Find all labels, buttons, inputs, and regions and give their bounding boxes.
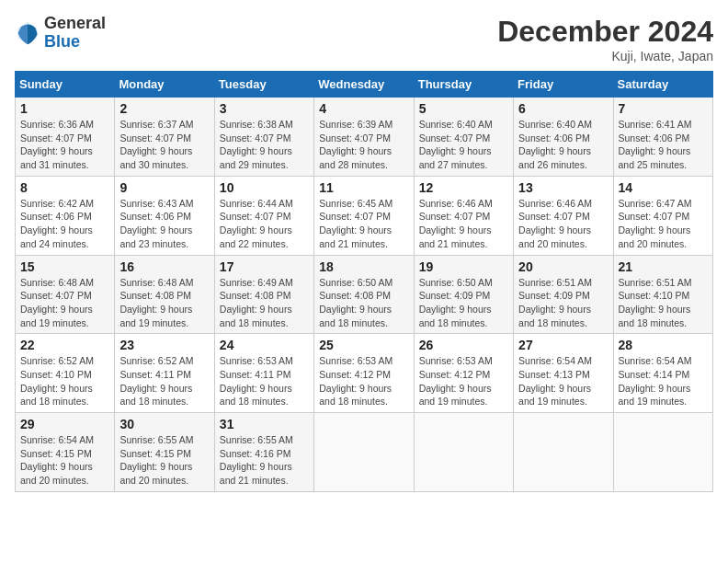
logo-icon xyxy=(15,20,40,46)
day-cell: 17Sunrise: 6:49 AM Sunset: 4:08 PM Dayli… xyxy=(214,255,313,334)
day-cell: 29Sunrise: 6:54 AM Sunset: 4:15 PM Dayli… xyxy=(16,413,115,492)
day-number: 20 xyxy=(518,259,608,274)
day-number: 5 xyxy=(419,101,508,116)
day-number: 19 xyxy=(419,259,508,274)
day-number: 22 xyxy=(20,338,109,352)
day-info: Sunrise: 6:39 AM Sunset: 4:07 PM Dayligh… xyxy=(319,118,408,172)
month-title: December 2024 xyxy=(497,15,713,49)
day-cell: 3Sunrise: 6:38 AM Sunset: 4:07 PM Daylig… xyxy=(214,98,313,177)
day-cell: 2Sunrise: 6:37 AM Sunset: 4:07 PM Daylig… xyxy=(115,98,214,177)
day-cell: 10Sunrise: 6:44 AM Sunset: 4:07 PM Dayli… xyxy=(214,176,313,255)
day-number: 6 xyxy=(518,101,608,116)
day-info: Sunrise: 6:52 AM Sunset: 4:10 PM Dayligh… xyxy=(20,354,109,408)
day-cell: 19Sunrise: 6:50 AM Sunset: 4:09 PM Dayli… xyxy=(414,255,513,334)
day-number: 10 xyxy=(220,180,309,195)
day-info: Sunrise: 6:54 AM Sunset: 4:15 PM Dayligh… xyxy=(20,433,109,488)
day-number: 8 xyxy=(20,180,109,195)
day-info: Sunrise: 6:42 AM Sunset: 4:06 PM Dayligh… xyxy=(20,197,109,251)
day-number: 28 xyxy=(619,338,708,352)
day-cell: 7Sunrise: 6:41 AM Sunset: 4:06 PM Daylig… xyxy=(613,98,712,177)
day-number: 9 xyxy=(119,180,209,195)
day-info: Sunrise: 6:50 AM Sunset: 4:09 PM Dayligh… xyxy=(419,276,508,330)
logo-general: General xyxy=(44,15,106,33)
weekday-header-row: SundayMondayTuesdayWednesdayThursdayFrid… xyxy=(16,72,713,98)
day-cell: 26Sunrise: 6:53 AM Sunset: 4:12 PM Dayli… xyxy=(414,334,513,413)
day-number: 12 xyxy=(419,180,508,195)
day-cell: 20Sunrise: 6:51 AM Sunset: 4:09 PM Dayli… xyxy=(514,255,613,334)
week-row-2: 8Sunrise: 6:42 AM Sunset: 4:06 PM Daylig… xyxy=(16,176,713,255)
day-cell: 5Sunrise: 6:40 AM Sunset: 4:07 PM Daylig… xyxy=(414,98,513,177)
week-row-3: 15Sunrise: 6:48 AM Sunset: 4:07 PM Dayli… xyxy=(16,255,713,334)
day-number: 16 xyxy=(119,259,209,274)
day-info: Sunrise: 6:55 AM Sunset: 4:15 PM Dayligh… xyxy=(119,433,209,488)
calendar: SundayMondayTuesdayWednesdayThursdayFrid… xyxy=(15,71,713,492)
day-info: Sunrise: 6:52 AM Sunset: 4:11 PM Dayligh… xyxy=(119,354,209,408)
day-info: Sunrise: 6:41 AM Sunset: 4:06 PM Dayligh… xyxy=(619,118,708,172)
day-info: Sunrise: 6:43 AM Sunset: 4:06 PM Dayligh… xyxy=(119,197,209,251)
day-info: Sunrise: 6:54 AM Sunset: 4:13 PM Dayligh… xyxy=(518,354,608,408)
day-cell: 13Sunrise: 6:46 AM Sunset: 4:07 PM Dayli… xyxy=(514,176,613,255)
day-number: 18 xyxy=(319,259,408,274)
day-info: Sunrise: 6:46 AM Sunset: 4:07 PM Dayligh… xyxy=(419,197,508,251)
day-number: 23 xyxy=(119,338,209,352)
day-cell: 14Sunrise: 6:47 AM Sunset: 4:07 PM Dayli… xyxy=(613,176,712,255)
day-cell xyxy=(314,413,414,492)
day-info: Sunrise: 6:46 AM Sunset: 4:07 PM Dayligh… xyxy=(518,197,608,251)
day-info: Sunrise: 6:53 AM Sunset: 4:11 PM Dayligh… xyxy=(220,354,309,408)
day-number: 27 xyxy=(518,338,608,352)
day-number: 3 xyxy=(220,101,309,116)
day-cell: 28Sunrise: 6:54 AM Sunset: 4:14 PM Dayli… xyxy=(613,334,712,413)
day-info: Sunrise: 6:48 AM Sunset: 4:07 PM Dayligh… xyxy=(20,276,109,330)
location: Kuji, Iwate, Japan xyxy=(497,49,713,63)
day-number: 29 xyxy=(20,417,109,431)
day-number: 31 xyxy=(220,417,309,431)
weekday-header-saturday: Saturday xyxy=(613,72,712,98)
day-cell: 22Sunrise: 6:52 AM Sunset: 4:10 PM Dayli… xyxy=(16,334,115,413)
week-row-5: 29Sunrise: 6:54 AM Sunset: 4:15 PM Dayli… xyxy=(16,413,713,492)
day-info: Sunrise: 6:53 AM Sunset: 4:12 PM Dayligh… xyxy=(319,354,408,408)
day-number: 13 xyxy=(518,180,608,195)
weekday-header-wednesday: Wednesday xyxy=(314,72,414,98)
day-info: Sunrise: 6:44 AM Sunset: 4:07 PM Dayligh… xyxy=(220,197,309,251)
page-header: General Blue December 2024 Kuji, Iwate, … xyxy=(15,15,713,63)
day-number: 14 xyxy=(619,180,708,195)
day-cell: 16Sunrise: 6:48 AM Sunset: 4:08 PM Dayli… xyxy=(115,255,214,334)
day-info: Sunrise: 6:51 AM Sunset: 4:10 PM Dayligh… xyxy=(619,276,708,330)
day-number: 2 xyxy=(119,101,209,116)
day-cell: 12Sunrise: 6:46 AM Sunset: 4:07 PM Dayli… xyxy=(414,176,513,255)
logo-blue: Blue xyxy=(44,33,106,52)
weekday-header-thursday: Thursday xyxy=(414,72,513,98)
day-cell: 25Sunrise: 6:53 AM Sunset: 4:12 PM Dayli… xyxy=(314,334,414,413)
weekday-header-sunday: Sunday xyxy=(16,72,115,98)
day-number: 17 xyxy=(220,259,309,274)
day-info: Sunrise: 6:40 AM Sunset: 4:07 PM Dayligh… xyxy=(419,118,508,172)
day-cell: 9Sunrise: 6:43 AM Sunset: 4:06 PM Daylig… xyxy=(115,176,214,255)
day-number: 15 xyxy=(20,259,109,274)
day-cell xyxy=(514,413,613,492)
day-info: Sunrise: 6:37 AM Sunset: 4:07 PM Dayligh… xyxy=(119,118,209,172)
day-number: 4 xyxy=(319,101,408,116)
day-cell: 4Sunrise: 6:39 AM Sunset: 4:07 PM Daylig… xyxy=(314,98,414,177)
day-cell: 1Sunrise: 6:36 AM Sunset: 4:07 PM Daylig… xyxy=(16,98,115,177)
day-cell: 30Sunrise: 6:55 AM Sunset: 4:15 PM Dayli… xyxy=(115,413,214,492)
day-info: Sunrise: 6:36 AM Sunset: 4:07 PM Dayligh… xyxy=(20,118,109,172)
day-cell xyxy=(613,413,712,492)
day-info: Sunrise: 6:53 AM Sunset: 4:12 PM Dayligh… xyxy=(419,354,508,408)
day-cell: 24Sunrise: 6:53 AM Sunset: 4:11 PM Dayli… xyxy=(214,334,313,413)
logo: General Blue xyxy=(15,15,106,52)
title-area: December 2024 Kuji, Iwate, Japan xyxy=(497,15,713,63)
day-number: 26 xyxy=(419,338,508,352)
day-number: 25 xyxy=(319,338,408,352)
day-number: 24 xyxy=(220,338,309,352)
week-row-1: 1Sunrise: 6:36 AM Sunset: 4:07 PM Daylig… xyxy=(16,98,713,177)
day-info: Sunrise: 6:47 AM Sunset: 4:07 PM Dayligh… xyxy=(619,197,708,251)
day-number: 30 xyxy=(119,417,209,431)
day-number: 21 xyxy=(619,259,708,274)
weekday-header-tuesday: Tuesday xyxy=(214,72,313,98)
day-cell xyxy=(414,413,513,492)
day-info: Sunrise: 6:48 AM Sunset: 4:08 PM Dayligh… xyxy=(119,276,209,330)
logo-text: General Blue xyxy=(44,15,106,52)
day-info: Sunrise: 6:55 AM Sunset: 4:16 PM Dayligh… xyxy=(220,433,309,488)
week-row-4: 22Sunrise: 6:52 AM Sunset: 4:10 PM Dayli… xyxy=(16,334,713,413)
weekday-header-monday: Monday xyxy=(115,72,214,98)
